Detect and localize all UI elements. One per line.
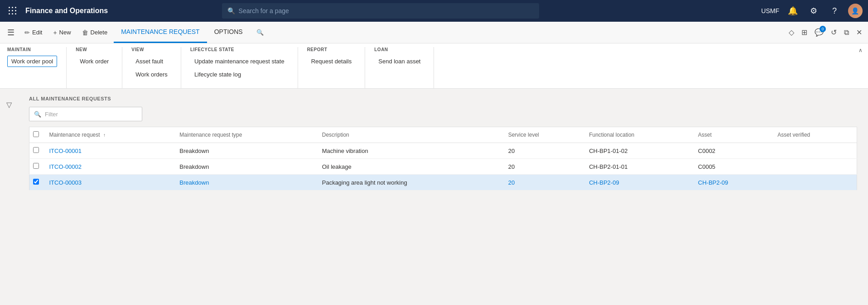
report-items: Request details [307, 56, 356, 67]
type-column-header[interactable]: Maintenance request type [174, 127, 316, 143]
filter-input[interactable] [45, 111, 137, 118]
row3-verified-cell [772, 175, 857, 191]
search-box[interactable]: 🔍 [222, 3, 539, 19]
loan-group-label: LOAN [374, 47, 424, 52]
avatar[interactable]: 👤 [848, 4, 863, 18]
row2-service-cell: 20 [503, 159, 583, 175]
checkbox-column-header[interactable] [29, 127, 44, 143]
row1-id-link[interactable]: ITCO-00001 [49, 148, 82, 154]
ribbon-group-new: NEW Work order [76, 47, 122, 88]
chevron-up-icon: ∧ [858, 47, 863, 53]
tab-maintenance-request[interactable]: MAINTENANCE REQUEST [114, 22, 207, 43]
notification-button[interactable]: 🔔 [786, 4, 800, 18]
row2-asset-cell: C0005 [693, 159, 772, 175]
plus-icon: + [53, 29, 57, 36]
new-button[interactable]: + New [48, 26, 75, 39]
delete-button[interactable]: 🗑 Delete [77, 26, 112, 39]
row1-checkbox[interactable] [33, 147, 39, 153]
row1-checkbox-cell[interactable] [29, 143, 44, 159]
table-row: ITCO-00002 Breakdown Oil leakage 20 CH-B… [29, 159, 857, 175]
row1-id-cell: ITCO-00001 [44, 143, 174, 159]
edit-icon: ✏ [24, 29, 30, 36]
functional-location-column-header[interactable]: Functional location [583, 127, 693, 143]
asset-verified-column-header[interactable]: Asset verified [772, 127, 857, 143]
diamond-button[interactable]: ◇ [786, 26, 796, 39]
description-column-header[interactable]: Description [317, 127, 503, 143]
diamond-icon: ◇ [789, 29, 794, 36]
row1-service-cell: 20 [503, 143, 583, 159]
request-details-button[interactable]: Request details [307, 56, 356, 67]
notification-count-badge: 0 [820, 26, 826, 32]
close-button[interactable]: ✕ [854, 26, 864, 39]
report-group-label: REPORT [307, 47, 356, 52]
close-icon: ✕ [856, 29, 862, 36]
row3-service-cell: 20 [503, 175, 583, 191]
filter-bar[interactable]: 🔍 [29, 107, 142, 121]
apps-grid-button[interactable] [5, 4, 20, 18]
ribbon-group-maintain: MAINTAIN Work order pool [7, 47, 67, 88]
work-order-pool-button[interactable]: Work order pool [7, 56, 57, 67]
send-loan-asset-button[interactable]: Send loan asset [374, 56, 424, 67]
row3-type-cell: Breakdown [174, 175, 316, 191]
bell-icon: 🔔 [788, 6, 798, 16]
row2-desc-cell: Oil leakage [317, 159, 503, 175]
search-icon: 🔍 [227, 7, 235, 14]
update-maintenance-button[interactable]: Update maintenance request state [190, 56, 289, 67]
new-group-label: NEW [76, 47, 113, 52]
ribbon: MAINTAIN Work order pool NEW Work order … [0, 43, 868, 89]
username-label: USMF [761, 7, 779, 14]
command-bar: ☰ ✏ Edit + New 🗑 Delete MAINTENANCE REQU… [0, 22, 868, 43]
new-items: Work order [76, 56, 113, 67]
trash-icon: 🗑 [82, 29, 88, 36]
row3-id-link[interactable]: ITCO-00003 [49, 179, 82, 186]
main-content: ALL MAINTENANCE REQUESTS 🔍 Maintenance r… [18, 89, 868, 198]
ribbon-collapse-button[interactable]: ∧ [857, 45, 864, 55]
asset-column-header[interactable]: Asset [693, 127, 772, 143]
service-level-column-header[interactable]: Service level [503, 127, 583, 143]
command-bar-right: ◇ ⊞ 💬 0 ↺ ⧉ ✕ [786, 26, 864, 39]
tab-search-button[interactable]: 🔍 [252, 22, 268, 43]
edit-button[interactable]: ✏ Edit [20, 26, 47, 39]
lifecycle-log-button[interactable]: Lifecycle state log [190, 69, 245, 80]
help-button[interactable]: ? [827, 4, 842, 18]
row1-location-cell: CH-BP1-01-02 [583, 143, 693, 159]
work-order-button[interactable]: Work order [76, 56, 113, 67]
work-orders-button[interactable]: Work orders [131, 69, 172, 80]
row3-location-link[interactable]: CH-BP2-09 [589, 179, 619, 186]
search-input[interactable] [239, 7, 534, 14]
maintenance-request-column-header[interactable]: Maintenance request ↑ [44, 127, 174, 143]
help-icon: ? [832, 6, 837, 16]
refresh-button[interactable]: ↺ [829, 26, 839, 39]
filter-sidebar-button[interactable]: ▽ [4, 98, 14, 112]
ribbon-group-report: REPORT Request details [307, 47, 366, 88]
settings-button[interactable]: ⚙ [806, 4, 821, 18]
open-new-window-button[interactable]: ⧉ [842, 26, 851, 39]
row3-checkbox[interactable] [33, 179, 39, 185]
maintenance-requests-table: Maintenance request ↑ Maintenance reques… [29, 127, 857, 191]
row2-checkbox[interactable] [33, 163, 39, 169]
select-all-checkbox[interactable] [33, 131, 39, 137]
row2-id-link[interactable]: ITCO-00002 [49, 163, 82, 170]
row1-desc-cell: Machine vibration [317, 143, 503, 159]
hamburger-button[interactable]: ☰ [4, 26, 18, 39]
row1-asset-cell: C0002 [693, 143, 772, 159]
row3-checkbox-cell[interactable] [29, 175, 44, 191]
row3-location-cell: CH-BP2-09 [583, 175, 693, 191]
asset-fault-button[interactable]: Asset fault [131, 56, 167, 67]
row3-type-link[interactable]: Breakdown [179, 179, 209, 186]
row1-verified-cell [772, 143, 857, 159]
notification-bar-button[interactable]: 💬 0 [812, 26, 826, 39]
filter-input-icon: 🔍 [34, 111, 41, 118]
office-button[interactable]: ⊞ [799, 26, 810, 39]
row3-service-link[interactable]: 20 [508, 179, 515, 186]
top-nav-bar: Finance and Operations 🔍 USMF 🔔 ⚙ ? 👤 [0, 0, 868, 22]
row3-asset-link[interactable]: CH-BP2-09 [698, 179, 728, 186]
row2-checkbox-cell[interactable] [29, 159, 44, 175]
filter-icon: ▽ [6, 101, 12, 109]
office-icon: ⊞ [801, 29, 807, 36]
section-title: ALL MAINTENANCE REQUESTS [29, 96, 857, 101]
tab-options[interactable]: OPTIONS [207, 22, 250, 43]
sort-asc-icon: ↑ [103, 133, 106, 138]
row1-type-cell: Breakdown [174, 143, 316, 159]
maintain-group-label: MAINTAIN [7, 47, 57, 52]
